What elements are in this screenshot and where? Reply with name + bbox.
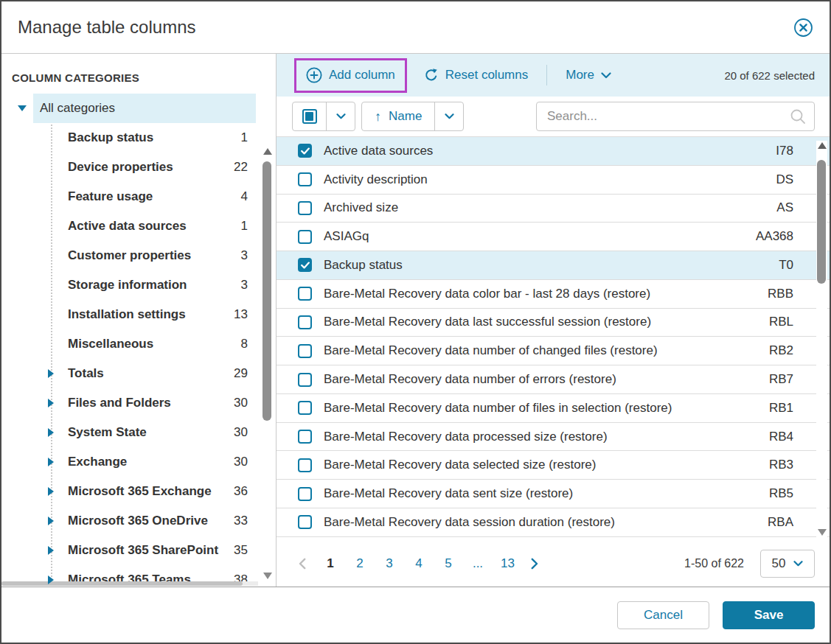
- page-ellipsis[interactable]: ...: [471, 556, 484, 571]
- page-5[interactable]: 5: [442, 556, 455, 571]
- category-item-backup-status[interactable]: Backup status 1: [1, 123, 248, 153]
- table-scrollbar-thumb[interactable]: [817, 160, 826, 284]
- column-name: Backup status: [324, 258, 403, 273]
- category-item-microsoft-365-onedrive[interactable]: Microsoft 365 OneDrive 33: [1, 506, 248, 536]
- save-button[interactable]: Save: [723, 601, 815, 629]
- next-page-button[interactable]: [531, 558, 538, 570]
- category-label: Exchange: [68, 455, 127, 469]
- category-item-system-state[interactable]: System State 30: [1, 418, 248, 447]
- sort-menu-button[interactable]: [434, 102, 463, 130]
- category-item-microsoft-365-exchange[interactable]: Microsoft 365 Exchange 36: [1, 477, 248, 506]
- table-row-archived-size[interactable]: Archived size AS: [277, 195, 830, 223]
- category-count: 13: [234, 307, 248, 322]
- expander-icon[interactable]: [48, 546, 54, 555]
- scroll-up-icon[interactable]: [263, 148, 272, 155]
- category-item-customer-properties[interactable]: Customer properties 3: [1, 241, 248, 270]
- search-input[interactable]: [536, 102, 815, 131]
- table-row-asiagq[interactable]: ASIAGq AA368: [277, 223, 830, 251]
- cancel-button[interactable]: Cancel: [617, 601, 709, 629]
- table-row-backup-status[interactable]: Backup status T0: [277, 251, 830, 280]
- table-row-bare-metal-recovery-data-selected-size-restore[interactable]: Bare-Metal Recovery data selected size (…: [277, 451, 830, 480]
- category-item-feature-usage[interactable]: Feature usage 4: [1, 182, 248, 211]
- category-label: Installation settings: [68, 307, 186, 322]
- row-checkbox[interactable]: [298, 230, 312, 244]
- chevron-down-icon: [601, 72, 611, 79]
- expander-icon[interactable]: [48, 517, 54, 525]
- expander-icon[interactable]: [48, 458, 54, 466]
- column-name: Bare-Metal Recovery data session duratio…: [324, 515, 615, 530]
- expander-icon[interactable]: [48, 428, 54, 437]
- row-checkbox[interactable]: [298, 458, 312, 472]
- category-item-device-properties[interactable]: Device properties 22: [1, 153, 248, 182]
- page-13[interactable]: 13: [501, 556, 515, 571]
- select-all-checkbox[interactable]: [293, 102, 326, 130]
- selection-menu-button[interactable]: [326, 102, 355, 130]
- table-row-bare-metal-recovery-data-processed-size-restore[interactable]: Bare-Metal Recovery data processed size …: [277, 423, 830, 452]
- table-row-bare-metal-recovery-data-number-of-changed-files-restore[interactable]: Bare-Metal Recovery data number of chang…: [277, 337, 830, 365]
- page-3[interactable]: 3: [383, 556, 396, 571]
- table-scrollbar[interactable]: [816, 141, 827, 537]
- row-checkbox[interactable]: [298, 344, 312, 358]
- row-checkbox[interactable]: [298, 515, 312, 529]
- column-name: Bare-Metal Recovery data selected size (…: [324, 458, 596, 472]
- row-checkbox[interactable]: [298, 401, 312, 415]
- row-checkbox[interactable]: [298, 487, 312, 501]
- sidebar-scrollbar[interactable]: [262, 148, 273, 579]
- table-row-bare-metal-recovery-data-number-of-errors-restore[interactable]: Bare-Metal Recovery data number of error…: [277, 365, 830, 394]
- chevron-down-icon: [793, 561, 803, 567]
- row-checkbox[interactable]: [298, 430, 312, 444]
- sort-ascending-icon: ↑: [375, 110, 381, 123]
- column-code: T0: [779, 258, 793, 273]
- page-1[interactable]: 1: [324, 556, 337, 571]
- sort-field-label: Name: [389, 109, 422, 124]
- expander-icon[interactable]: [48, 399, 54, 407]
- row-checkbox[interactable]: [298, 201, 312, 215]
- scroll-down-icon[interactable]: [818, 529, 827, 536]
- expander-icon[interactable]: [48, 575, 54, 584]
- expander-icon[interactable]: [18, 105, 27, 111]
- category-label: All categories: [40, 101, 115, 116]
- reset-columns-button[interactable]: Reset columns: [424, 68, 528, 83]
- prev-page-button[interactable]: [299, 558, 306, 570]
- page-size-select[interactable]: 50: [760, 550, 815, 578]
- category-item-active-data-sources[interactable]: Active data sources 1: [1, 211, 248, 241]
- table-row-bare-metal-recovery-data-color-bar-last-28-days-restore[interactable]: Bare-Metal Recovery data color bar - las…: [277, 280, 830, 309]
- add-column-button[interactable]: Add column: [306, 67, 395, 83]
- expander-icon[interactable]: [48, 369, 54, 378]
- category-label: Storage information: [68, 278, 187, 293]
- scroll-down-icon[interactable]: [263, 573, 272, 579]
- row-checkbox[interactable]: [298, 373, 312, 387]
- more-button[interactable]: More: [566, 68, 611, 83]
- category-count: 35: [234, 543, 248, 558]
- table-row-bare-metal-recovery-data-sent-size-restore[interactable]: Bare-Metal Recovery data sent size (rest…: [277, 480, 830, 508]
- category-item-microsoft-365-sharepoint[interactable]: Microsoft 365 SharePoint 35: [1, 536, 248, 565]
- close-button[interactable]: [793, 17, 813, 38]
- table-row-activity-description[interactable]: Activity description DS: [277, 166, 830, 195]
- sidebar-scrollbar-thumb[interactable]: [262, 161, 271, 421]
- page-2[interactable]: 2: [353, 556, 366, 571]
- category-item-files-and-folders[interactable]: Files and Folders 30: [1, 388, 248, 418]
- row-checkbox[interactable]: [298, 287, 312, 301]
- check-icon: [301, 147, 310, 155]
- table-row-bare-metal-recovery-data-last-successful-session-restore[interactable]: Bare-Metal Recovery data last successful…: [277, 309, 830, 337]
- row-checkbox[interactable]: [298, 144, 312, 158]
- page-4[interactable]: 4: [412, 556, 425, 571]
- expander-icon[interactable]: [48, 487, 54, 496]
- sidebar-horizontal-scrollbar-thumb[interactable]: [1, 581, 243, 586]
- category-item-installation-settings[interactable]: Installation settings 13: [1, 300, 248, 329]
- row-checkbox[interactable]: [298, 315, 312, 329]
- scroll-up-icon[interactable]: [818, 142, 827, 149]
- category-item-storage-information[interactable]: Storage information 3: [1, 270, 248, 300]
- table-row-active-data-sources[interactable]: Active data sources I78: [277, 137, 830, 166]
- row-checkbox[interactable]: [298, 172, 312, 186]
- category-item-all-categories[interactable]: All categories: [33, 94, 256, 123]
- category-item-totals[interactable]: Totals 29: [1, 359, 248, 388]
- sidebar-horizontal-scrollbar[interactable]: [1, 581, 258, 586]
- table-row-bare-metal-recovery-data-session-duration-restore[interactable]: Bare-Metal Recovery data session duratio…: [277, 508, 830, 537]
- table-row-bare-metal-recovery-data-number-of-files-in-selection-restore[interactable]: Bare-Metal Recovery data number of files…: [277, 394, 830, 423]
- row-checkbox[interactable]: [298, 258, 312, 272]
- category-item-miscellaneous[interactable]: Miscellaneous 8: [1, 329, 248, 359]
- category-label: Device properties: [68, 160, 173, 175]
- category-item-exchange[interactable]: Exchange 30: [1, 447, 248, 477]
- sort-button[interactable]: ↑ Name: [362, 102, 434, 130]
